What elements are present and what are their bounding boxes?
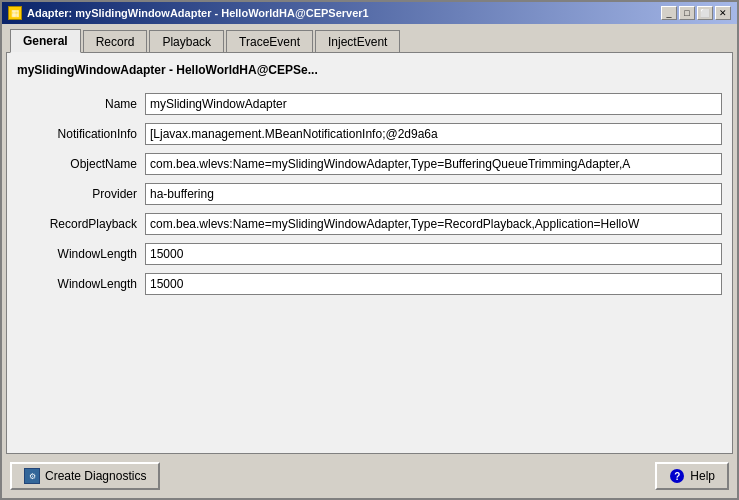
label-name: Name	[17, 97, 137, 111]
label-recordplayback: RecordPlayback	[17, 217, 137, 231]
help-button[interactable]: ? Help	[655, 462, 729, 490]
input-name[interactable]: mySlidingWindowAdapter	[145, 93, 722, 115]
form-area: Name mySlidingWindowAdapter Notification…	[17, 93, 722, 443]
form-row-name: Name mySlidingWindowAdapter	[17, 93, 722, 115]
tab-bar: General Record Playback TraceEvent Injec…	[6, 28, 733, 52]
tab-content: mySlidingWindowAdapter - HelloWorldHA@CE…	[6, 52, 733, 454]
label-windowlength1: WindowLength	[17, 247, 137, 261]
tab-general[interactable]: General	[10, 29, 81, 53]
create-diagnostics-label: Create Diagnostics	[45, 469, 146, 483]
title-bar: ▦ Adapter: mySlidingWindowAdapter - Hell…	[2, 2, 737, 24]
window-body: General Record Playback TraceEvent Injec…	[2, 24, 737, 498]
form-row-provider: Provider ha-buffering	[17, 183, 722, 205]
close-button[interactable]: ✕	[715, 6, 731, 20]
form-row-windowlength2: WindowLength 15000	[17, 273, 722, 295]
label-windowlength2: WindowLength	[17, 277, 137, 291]
label-provider: Provider	[17, 187, 137, 201]
diagnostics-icon: ⚙	[24, 468, 40, 484]
minimize-button[interactable]: _	[661, 6, 677, 20]
label-notificationinfo: NotificationInfo	[17, 127, 137, 141]
window-icon: ▦	[8, 6, 22, 20]
title-buttons: _ □ ⬜ ✕	[661, 6, 731, 20]
title-bar-left: ▦ Adapter: mySlidingWindowAdapter - Hell…	[8, 6, 369, 20]
maximize-button[interactable]: ⬜	[697, 6, 713, 20]
help-icon: ?	[669, 468, 685, 484]
tab-injectevent[interactable]: InjectEvent	[315, 30, 400, 53]
label-objectname: ObjectName	[17, 157, 137, 171]
help-circle-icon: ?	[670, 469, 684, 483]
input-windowlength2[interactable]: 15000	[145, 273, 722, 295]
main-window: ▦ Adapter: mySlidingWindowAdapter - Hell…	[0, 0, 739, 500]
restore-button[interactable]: □	[679, 6, 695, 20]
form-row-objectname: ObjectName com.bea.wlevs:Name=mySlidingW…	[17, 153, 722, 175]
input-windowlength1[interactable]: 15000	[145, 243, 722, 265]
tab-traceevent[interactable]: TraceEvent	[226, 30, 313, 53]
content-title: mySlidingWindowAdapter - HelloWorldHA@CE…	[17, 63, 722, 77]
form-row-windowlength1: WindowLength 15000	[17, 243, 722, 265]
window-title: Adapter: mySlidingWindowAdapter - HelloW…	[27, 7, 369, 19]
help-label: Help	[690, 469, 715, 483]
form-row-notificationinfo: NotificationInfo [Ljavax.management.MBea…	[17, 123, 722, 145]
tab-record[interactable]: Record	[83, 30, 148, 53]
form-row-recordplayback: RecordPlayback com.bea.wlevs:Name=mySlid…	[17, 213, 722, 235]
input-recordplayback[interactable]: com.bea.wlevs:Name=mySlidingWindowAdapte…	[145, 213, 722, 235]
input-objectname[interactable]: com.bea.wlevs:Name=mySlidingWindowAdapte…	[145, 153, 722, 175]
tab-playback[interactable]: Playback	[149, 30, 224, 53]
create-diagnostics-button[interactable]: ⚙ Create Diagnostics	[10, 462, 160, 490]
input-notificationinfo[interactable]: [Ljavax.management.MBeanNotificationInfo…	[145, 123, 722, 145]
bottom-bar: ⚙ Create Diagnostics ? Help	[6, 454, 733, 494]
input-provider[interactable]: ha-buffering	[145, 183, 722, 205]
